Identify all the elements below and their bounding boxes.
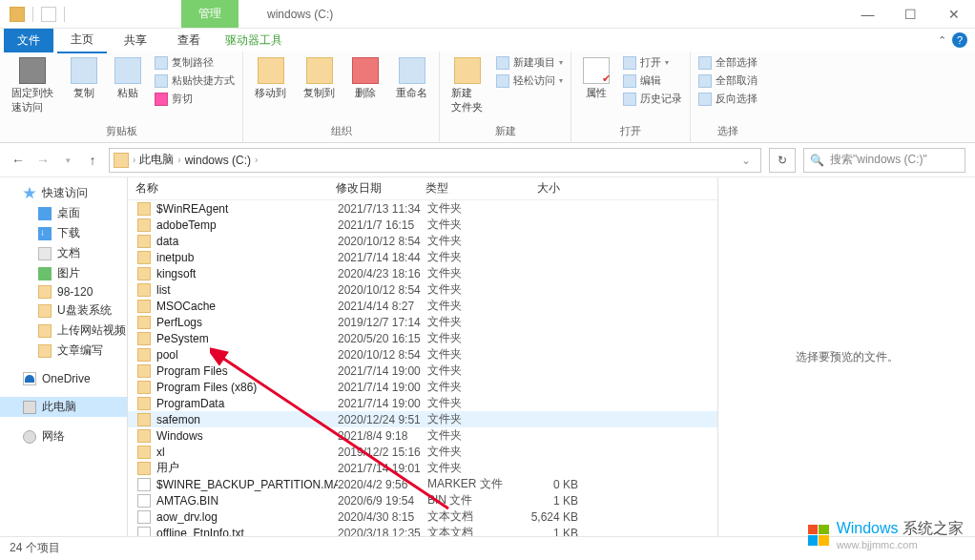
file-type: MARKER 文件 <box>427 476 521 492</box>
file-row[interactable]: PerfLogs2019/12/7 17:14文件夹 <box>128 314 717 330</box>
chevron-right-icon[interactable]: › <box>177 155 180 165</box>
tab-home[interactable]: 主页 <box>57 28 107 53</box>
file-date: 2020/6/9 19:54 <box>338 494 427 508</box>
edit-button[interactable]: 编辑 <box>623 73 682 88</box>
file-row[interactable]: aow_drv.log2020/4/30 8:15文本文档5,624 KB <box>128 508 717 525</box>
file-row[interactable]: AMTAG.BIN2020/6/9 19:54BIN 文件1 KB <box>128 492 717 508</box>
paste-button[interactable]: 粘贴 <box>111 55 145 102</box>
invert-selection-button[interactable]: 反向选择 <box>698 92 757 106</box>
col-date[interactable]: 修改日期 <box>328 180 418 197</box>
breadcrumb-this-pc[interactable]: 此电脑 <box>139 152 174 168</box>
tab-file[interactable]: 文件 <box>4 29 53 52</box>
title-bar: 管理 windows (C:) — ☐ ✕ <box>0 0 975 29</box>
file-row[interactable]: xl2019/12/2 15:16文件夹 <box>128 444 717 460</box>
chevron-right-icon[interactable]: › <box>133 155 135 165</box>
col-size[interactable]: 大小 <box>511 180 569 197</box>
nav-this-pc[interactable]: 此电脑 <box>0 397 127 417</box>
history-button[interactable]: 历史记录 <box>623 92 682 106</box>
nav-pictures[interactable]: 图片 <box>0 263 127 283</box>
tab-share[interactable]: 共享 <box>111 29 160 52</box>
easy-access-button[interactable]: 轻松访问 ▾ <box>496 73 563 88</box>
nav-folder-2[interactable]: U盘装系统 <box>0 301 127 321</box>
folder-icon <box>137 235 151 248</box>
file-row[interactable]: data2020/10/12 8:54文件夹 <box>128 233 717 249</box>
nav-onedrive[interactable]: OneDrive <box>0 370 127 387</box>
folder-icon <box>137 462 151 475</box>
delete-button[interactable]: 删除 <box>348 55 383 102</box>
back-button[interactable]: ← <box>10 152 27 169</box>
file-row[interactable]: list2020/10/12 8:54文件夹 <box>128 281 717 298</box>
properties-button[interactable]: ✔属性 <box>579 55 613 102</box>
separator <box>32 7 33 22</box>
help-icon[interactable]: ? <box>952 32 967 48</box>
tab-drive-tools[interactable]: 驱动器工具 <box>218 29 290 52</box>
paste-shortcut-button[interactable]: 粘贴快捷方式 <box>155 73 235 88</box>
file-size: 0 KB <box>521 478 578 491</box>
nav-documents[interactable]: 文档 <box>0 243 127 263</box>
file-row[interactable]: MSOCache2021/4/14 8:27文件夹 <box>128 298 717 314</box>
copy-path-button[interactable]: 复制路径 <box>155 55 235 70</box>
new-item-button[interactable]: 新建项目 ▾ <box>496 55 563 70</box>
file-row[interactable]: offline_FtnInfo.txt2020/3/18 12:35文本文档1 … <box>128 525 717 536</box>
label: 重命名 <box>396 86 427 100</box>
file-row[interactable]: Windows2021/8/4 9:18文件夹 <box>128 427 717 444</box>
nav-downloads[interactable]: 下载 <box>0 223 127 243</box>
address-dropdown-icon[interactable]: ⌄ <box>736 154 757 167</box>
copy-button[interactable]: 复制 <box>67 55 101 102</box>
move-to-button[interactable]: 移动到 <box>251 55 290 102</box>
file-type: 文件夹 <box>427 233 521 249</box>
qat-icon[interactable] <box>41 7 56 22</box>
select-none-button[interactable]: 全部取消 <box>698 73 757 88</box>
breadcrumb-drive-c[interactable]: windows (C:) <box>185 154 251 167</box>
file-row[interactable]: pool2020/10/12 8:54文件夹 <box>128 346 717 363</box>
forward-button[interactable]: → <box>34 152 52 169</box>
nav-network[interactable]: 网络 <box>0 426 127 446</box>
file-row[interactable]: ProgramData2021/7/14 19:00文件夹 <box>128 395 717 411</box>
file-icon <box>137 510 151 524</box>
minimize-button[interactable]: — <box>846 0 889 29</box>
open-button[interactable]: 打开 ▾ <box>623 55 682 70</box>
file-row[interactable]: Program Files (x86)2021/7/14 19:00文件夹 <box>128 379 717 395</box>
label: 编辑 <box>640 73 661 88</box>
close-button[interactable]: ✕ <box>932 0 975 29</box>
chevron-right-icon[interactable]: › <box>255 155 258 165</box>
nav-folder-3[interactable]: 上传网站视频 <box>0 321 127 341</box>
refresh-button[interactable]: ↻ <box>769 148 796 173</box>
nav-desktop[interactable]: 桌面 <box>0 203 127 223</box>
nav-folder-1[interactable]: 98-120 <box>0 283 127 301</box>
search-icon: 🔍 <box>810 154 824 167</box>
file-name: PerfLogs <box>156 316 338 329</box>
col-name[interactable]: 名称 <box>128 180 328 197</box>
pin-to-quick-access-button[interactable]: 固定到快 速访问 <box>8 55 57 116</box>
new-folder-button[interactable]: 新建 文件夹 <box>447 55 487 116</box>
file-row[interactable]: kingsoft2020/4/23 18:16文件夹 <box>128 265 717 281</box>
file-row[interactable]: adobeTemp2021/1/7 16:15文件夹 <box>128 217 717 233</box>
column-headers: 名称 修改日期 类型 大小 <box>128 177 717 200</box>
nav-folder-4[interactable]: 文章编写 <box>0 341 127 361</box>
label: 打开 <box>640 55 661 70</box>
window-controls: — ☐ ✕ <box>846 0 975 29</box>
file-row[interactable]: PeSystem2020/5/20 16:15文件夹 <box>128 330 717 346</box>
col-type[interactable]: 类型 <box>418 180 511 197</box>
address-bar[interactable]: › 此电脑 › windows (C:) › ⌄ <box>109 148 761 173</box>
label: 全部取消 <box>716 73 757 88</box>
up-button[interactable]: ↑ <box>84 152 101 169</box>
collapse-ribbon-icon[interactable]: ⌃ <box>938 34 946 47</box>
nav-quick-access[interactable]: 快速访问 <box>0 183 127 203</box>
file-row[interactable]: 用户2021/7/14 19:01文件夹 <box>128 460 717 476</box>
history-dropdown-icon[interactable]: ▾ <box>59 152 76 169</box>
file-row[interactable]: inetpub2021/7/14 18:44文件夹 <box>128 249 717 265</box>
manage-tab[interactable]: 管理 <box>181 0 239 28</box>
file-row[interactable]: $WinREAgent2021/7/13 11:34文件夹 <box>128 200 717 217</box>
select-all-button[interactable]: 全部选择 <box>698 55 757 70</box>
file-row[interactable]: $WINRE_BACKUP_PARTITION.MARKER2020/4/2 9… <box>128 476 717 492</box>
file-date: 2020/10/12 8:54 <box>338 235 427 248</box>
rename-button[interactable]: 重命名 <box>392 55 431 102</box>
search-input[interactable]: 🔍 搜索"windows (C:)" <box>803 148 965 173</box>
tab-view[interactable]: 查看 <box>164 29 214 52</box>
copy-to-button[interactable]: 复制到 <box>300 55 339 102</box>
cut-button[interactable]: 剪切 <box>155 92 235 106</box>
file-row[interactable]: Program Files2021/7/14 19:00文件夹 <box>128 363 717 379</box>
file-row[interactable]: safemon2020/12/24 9:51文件夹 <box>128 411 717 427</box>
maximize-button[interactable]: ☐ <box>889 0 932 29</box>
